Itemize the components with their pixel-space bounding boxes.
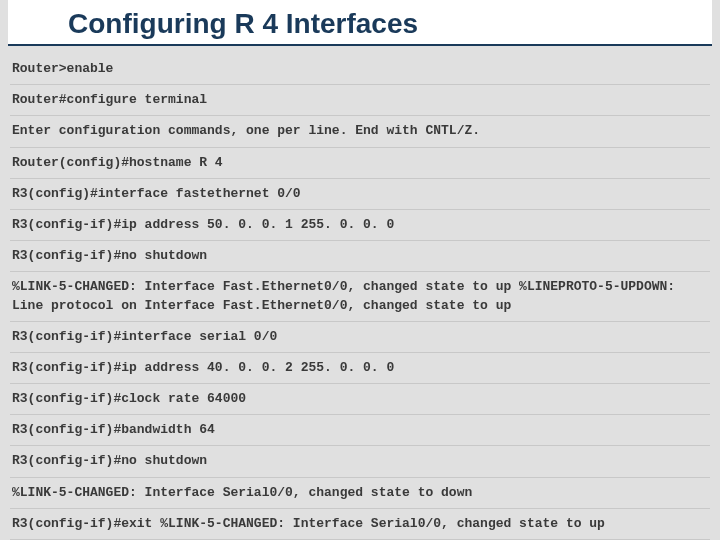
terminal-line: R3(config-if)#ip address 40. 0. 0. 2 255… — [10, 353, 710, 384]
terminal-line: Router>enable — [10, 54, 710, 85]
terminal-line: R3(config-if)#no shutdown — [10, 241, 710, 272]
terminal-line: R3(config)#interface fastethernet 0/0 — [10, 179, 710, 210]
terminal-line: %LINK-5-CHANGED: Interface Fast.Ethernet… — [10, 272, 710, 321]
terminal-line: Router(config)#hostname R 4 — [10, 148, 710, 179]
terminal-line: R3(config-if)#interface serial 0/0 — [10, 322, 710, 353]
terminal-line: Enter configuration commands, one per li… — [10, 116, 710, 147]
slide-title: Configuring R 4 Interfaces — [8, 0, 712, 46]
terminal-line: R3(config-if)#clock rate 64000 — [10, 384, 710, 415]
terminal-line: Router#configure terminal — [10, 85, 710, 116]
terminal-line: %LINK-5-CHANGED: Interface Serial0/0, ch… — [10, 478, 710, 509]
terminal-line: R3(config-if)#no shutdown — [10, 446, 710, 477]
slide: Configuring R 4 Interfaces Router>enable… — [0, 0, 720, 540]
terminal-line: R3(config-if)#ip address 50. 0. 0. 1 255… — [10, 210, 710, 241]
terminal-output: Router>enable Router#configure terminal … — [0, 54, 720, 540]
terminal-line: R3(config-if)#exit %LINK-5-CHANGED: Inte… — [10, 509, 710, 540]
terminal-line: R3(config-if)#bandwidth 64 — [10, 415, 710, 446]
